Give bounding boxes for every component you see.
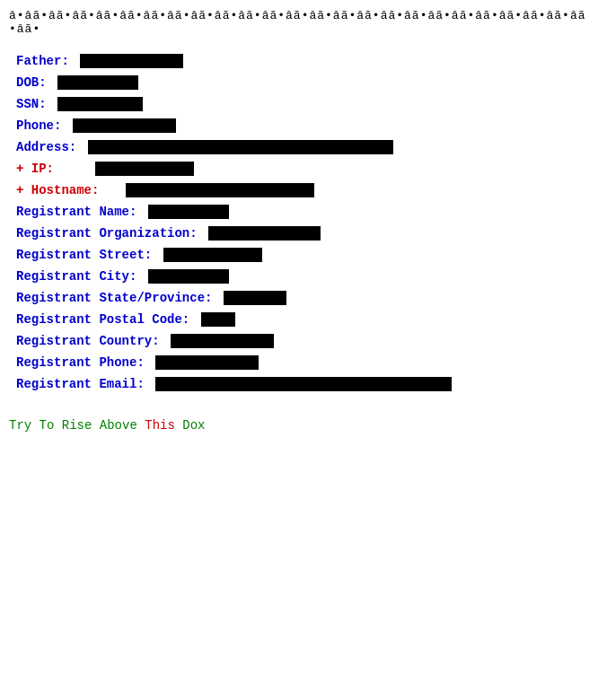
registrant-postal-field-row: Registrant Postal Code:	[16, 312, 589, 327]
ssn-field-row: SSN:	[16, 97, 589, 111]
registrant-name-redacted	[148, 205, 229, 219]
registrant-state-field-row: Registrant State/Province:	[16, 291, 589, 305]
header-dots: â•âã•âã•âã•âã•âã•âã•âã•âã•âã•âã•âã•âã•âã…	[9, 9, 589, 36]
registrant-street-label: Registrant Street:	[16, 248, 152, 262]
registrant-country-field-row: Registrant Country:	[16, 334, 589, 348]
registrant-state-label: Registrant State/Province:	[16, 291, 212, 305]
ip-redacted	[95, 162, 194, 176]
footer-text-after: Dox	[175, 418, 206, 433]
registrant-org-label: Registrant Organization:	[16, 226, 198, 241]
registrant-phone-label: Registrant Phone:	[16, 355, 145, 370]
father-label: Father:	[16, 54, 69, 68]
ssn-label: SSN:	[16, 97, 47, 111]
address-redacted	[88, 140, 393, 154]
phone-redacted	[73, 118, 176, 133]
dob-field-row: DOB:	[16, 75, 589, 90]
registrant-state-redacted	[224, 291, 286, 305]
registrant-org-field-row: Registrant Organization:	[16, 226, 589, 241]
registrant-postal-redacted	[201, 312, 235, 327]
footer-text: Try To Rise Above This Dox	[9, 418, 589, 433]
father-redacted	[80, 54, 183, 68]
registrant-phone-redacted	[155, 355, 259, 370]
dob-label: DOB:	[16, 75, 47, 90]
footer-text-before: Try To Rise Above	[9, 418, 145, 433]
phone-label: Phone:	[16, 118, 61, 133]
registrant-city-label: Registrant City:	[16, 269, 136, 284]
registrant-org-redacted	[208, 226, 321, 241]
registrant-city-redacted	[148, 269, 229, 284]
dob-redacted	[57, 75, 138, 90]
registrant-name-label: Registrant Name:	[16, 205, 136, 219]
registrant-phone-field-row: Registrant Phone:	[16, 355, 589, 370]
phone-field-row: Phone:	[16, 118, 589, 133]
registrant-country-redacted	[171, 334, 274, 348]
hostname-redacted	[126, 183, 314, 197]
ip-label: + IP:	[16, 162, 54, 176]
registrant-country-label: Registrant Country:	[16, 334, 160, 348]
father-field-row: Father:	[16, 54, 589, 68]
hostname-field-row: + Hostname:	[16, 183, 589, 197]
ip-field-row: + IP:	[16, 162, 589, 176]
address-field-row: Address:	[16, 140, 589, 154]
registrant-email-label: Registrant Email:	[16, 377, 145, 391]
registrant-email-field-row: Registrant Email:	[16, 377, 589, 391]
registrant-postal-label: Registrant Postal Code:	[16, 312, 189, 327]
registrant-city-field-row: Registrant City:	[16, 269, 589, 284]
hostname-label: + Hostname:	[16, 183, 99, 197]
form-section: Father: DOB: SSN: Phone: Address: + IP: …	[16, 54, 589, 391]
registrant-street-redacted	[163, 248, 262, 262]
registrant-name-field-row: Registrant Name:	[16, 205, 589, 219]
footer-this-word: This	[145, 418, 175, 433]
registrant-street-field-row: Registrant Street:	[16, 248, 589, 262]
address-label: Address:	[16, 140, 76, 154]
ssn-redacted	[57, 97, 143, 111]
registrant-email-redacted	[155, 377, 452, 391]
